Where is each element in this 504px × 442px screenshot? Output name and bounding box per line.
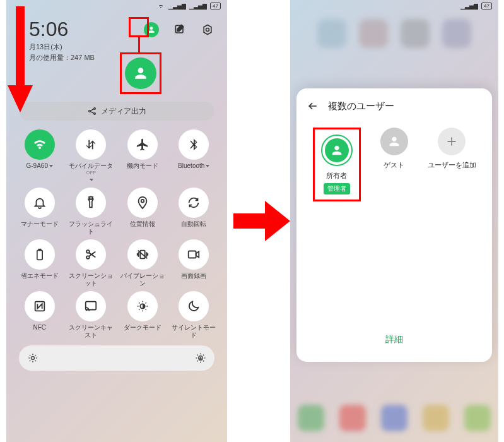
tile-screenshot[interactable]: スクリーンショット (66, 239, 117, 287)
tile-label: モバイルデータOFF (69, 162, 113, 184)
flashlight-icon (84, 196, 98, 210)
swipe-down-arrow-icon (8, 6, 33, 114)
highlight-connector (138, 36, 140, 54)
tile-label: 自動回転 (181, 220, 206, 228)
moon-icon (187, 299, 201, 313)
rotate-icon (187, 196, 201, 210)
user-guest[interactable]: ゲスト (380, 128, 408, 201)
tile-dark[interactable]: ダークモード (117, 291, 168, 339)
tile-label: スクリーンショット (67, 272, 114, 287)
guest-avatar-icon (380, 128, 408, 155)
cast-icon (84, 299, 98, 313)
tile-label: サイレントモード (170, 324, 217, 339)
tile-nfc[interactable]: NFC (14, 291, 66, 339)
tile-label: 省エネモード (21, 272, 59, 280)
owner-avatar-icon (325, 138, 349, 162)
tile-location[interactable]: 位置情報 (117, 188, 168, 236)
svg-rect-13 (189, 251, 196, 258)
tile-mobile-data[interactable]: モバイルデータOFF (66, 129, 117, 184)
svg-rect-8 (37, 250, 42, 260)
signal-icon-2: ▁▃▅▇ (189, 3, 207, 9)
brightness-slider[interactable]: A (19, 345, 214, 371)
tile-label: スクリーンキャスト (67, 324, 114, 339)
blurred-bg-top (290, 19, 498, 76)
tile-record[interactable]: 画面録画 (168, 239, 220, 287)
svg-point-2 (206, 28, 209, 31)
owner-badge: 管理者 (324, 183, 350, 194)
tile-manner[interactable]: マナーモード (14, 188, 66, 236)
edit-icon[interactable] (173, 23, 187, 37)
settings-icon[interactable] (201, 23, 214, 37)
multi-user-modal: 複数のユーザー 所有者 管理者 ゲスト ユーザーを追加 詳細 (296, 88, 492, 362)
quick-settings-grid: G-9A60 モバイルデータOFF 機内モード Bluetooth マナーモード… (14, 129, 220, 339)
wifi-indicator-icon (156, 3, 165, 9)
tile-label: 機内モード (127, 162, 158, 170)
user-add[interactable]: ユーザーを追加 (428, 128, 476, 201)
signal-icon: ▁▃▅▇ (168, 3, 186, 9)
svg-point-4 (94, 108, 96, 110)
svg-rect-22 (233, 213, 268, 229)
user-owner[interactable]: 所有者 管理者 (321, 134, 353, 194)
guest-label: ゲスト (384, 160, 404, 170)
detail-button[interactable]: 詳細 (303, 328, 486, 352)
brightness-auto-icon: A (194, 352, 207, 364)
bluetooth-icon (187, 138, 201, 152)
data-icon (84, 138, 98, 152)
svg-point-3 (89, 110, 91, 112)
data-usage-text[interactable]: 月の使用量：247 MB (14, 53, 220, 63)
tile-bluetooth[interactable]: Bluetooth (168, 129, 220, 184)
add-label: ユーザーを追加 (428, 160, 476, 170)
brightness-low-icon (26, 352, 39, 364)
nfc-icon (33, 299, 47, 313)
tile-cast[interactable]: スクリーンキャスト (66, 291, 117, 339)
svg-rect-9 (38, 249, 40, 250)
tile-label: フラッシュライト (67, 220, 114, 236)
media-icon (87, 106, 97, 116)
battery-icon (33, 248, 46, 261)
tile-label: G-9A60 (26, 162, 53, 170)
tile-label: 位置情報 (130, 220, 155, 228)
media-output-label: メディア出力 (101, 106, 146, 117)
svg-marker-1 (204, 25, 211, 34)
media-output-button[interactable]: メディア出力 (19, 102, 214, 121)
highlight-box-top (129, 17, 149, 37)
svg-rect-15 (86, 301, 97, 309)
phone-multi-user: ▁▃▅▇ 47 複数のユーザー 所有者 管理者 ゲスト ユーザ (290, 0, 498, 442)
highlight-box-big (120, 52, 161, 94)
battery-indicator: 47 (210, 3, 221, 9)
location-icon (136, 196, 149, 210)
vibration-icon (136, 248, 149, 261)
svg-point-17 (32, 356, 35, 359)
tile-rotate[interactable]: 自動回転 (168, 188, 220, 236)
tile-airplane[interactable]: 機内モード (117, 129, 168, 184)
svg-point-10 (86, 250, 90, 253)
airplane-icon (136, 138, 149, 152)
phone-quick-settings: ▁▃▅▇ ▁▃▅▇ 47 5:06 月13日(木) 月の使用量：247 MB メ… (6, 0, 227, 442)
dark-icon (136, 299, 149, 313)
svg-point-5 (94, 113, 96, 115)
modal-title: 複数のユーザー (328, 100, 394, 112)
tile-wifi[interactable]: G-9A60 (14, 129, 66, 184)
svg-marker-23 (265, 201, 290, 241)
add-user-icon (438, 128, 466, 155)
svg-rect-20 (16, 6, 25, 88)
tile-label: Bluetooth (178, 162, 209, 170)
svg-point-11 (86, 256, 90, 259)
tile-vibration[interactable]: バイブレーション (117, 239, 168, 287)
scissors-icon (84, 248, 98, 261)
tile-label: バイブレーション (119, 272, 166, 287)
tile-flashlight[interactable]: フラッシュライト (66, 188, 117, 236)
back-arrow-icon[interactable] (307, 100, 319, 112)
tile-label: 画面録画 (181, 272, 206, 280)
tile-label: マナーモード (21, 220, 59, 228)
owner-label: 所有者 (326, 171, 347, 181)
tile-label: NFC (33, 324, 46, 332)
svg-point-7 (141, 200, 144, 203)
transition-arrow-icon (233, 196, 290, 246)
tile-battery-saver[interactable]: 省エネモード (14, 239, 66, 287)
tile-silent[interactable]: サイレントモード (168, 291, 220, 339)
status-bar: ▁▃▅▇ 47 (460, 3, 492, 9)
record-icon (187, 248, 201, 261)
user-icon-enlarged (125, 57, 156, 89)
svg-marker-21 (8, 85, 33, 112)
